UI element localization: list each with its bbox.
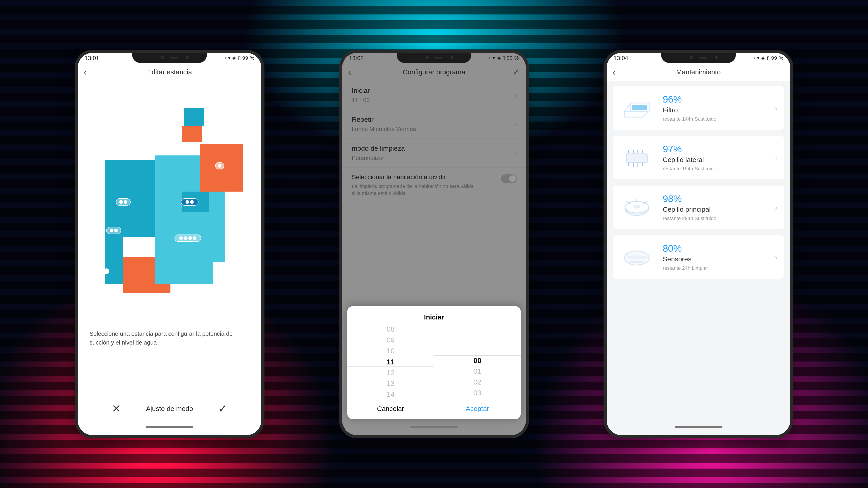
chevron-right-icon: › xyxy=(515,149,518,158)
room-marker[interactable] xyxy=(175,234,201,242)
room-marker[interactable] xyxy=(215,162,224,169)
home-indicator[interactable] xyxy=(675,426,722,428)
phone-notch xyxy=(132,53,207,63)
clock: 13:04 xyxy=(614,55,628,62)
wheel-row[interactable]: 09 xyxy=(386,335,395,345)
svg-rect-17 xyxy=(627,256,647,259)
wheel-row[interactable]: 03 xyxy=(473,388,482,398)
cancel-button[interactable]: Cancelar xyxy=(347,398,434,419)
maintenance-card[interactable]: 98%Cepillo principalrestante 294h Sustit… xyxy=(613,186,784,229)
back-icon[interactable]: ‹ xyxy=(613,68,616,76)
wheel-row[interactable]: 08 xyxy=(386,324,395,334)
part-illustration xyxy=(620,145,654,170)
wheel-row[interactable]: 12 xyxy=(386,367,395,378)
wheel-row[interactable]: 02 xyxy=(473,377,482,387)
svg-rect-0 xyxy=(632,105,647,110)
header: ‹ Configurar programa ✓ xyxy=(342,63,526,81)
setting-label: Iniciar xyxy=(352,87,516,94)
home-indicator[interactable] xyxy=(410,426,458,428)
phone-maintenance: 13:04 ◦ ▾ ◈ ▯99 % ‹ Mantenimiento 96%Fil… xyxy=(603,50,794,438)
maintenance-card[interactable]: 97%Cepillo lateralrestante 194h Sustitui… xyxy=(613,136,784,180)
page-title: Configurar programa xyxy=(403,68,465,76)
instruction-text: Seleccione una estancia para configurar … xyxy=(78,329,261,347)
wheel-row[interactable]: 01 xyxy=(473,366,482,376)
wheel-row[interactable]: 10 xyxy=(386,346,395,356)
page-title: Editar estancia xyxy=(147,68,192,76)
setting-mode[interactable]: modo de limpieza Personalizar › xyxy=(342,139,526,168)
phone-notch xyxy=(397,53,471,63)
room-marker[interactable] xyxy=(106,227,121,234)
percent-value: 80% xyxy=(663,243,708,254)
part-name: Filtro xyxy=(663,106,716,114)
confirm-icon[interactable]: ✓ xyxy=(218,402,227,415)
chevron-right-icon: › xyxy=(515,91,518,100)
status-icons: ◦ ▾ ◈ ▯99 % xyxy=(224,55,254,61)
setting-value: 11 : 00 xyxy=(352,97,516,104)
page-title: Mantenimiento xyxy=(676,68,721,76)
room-marker[interactable] xyxy=(181,198,198,205)
part-status: restante 24h Limpiar xyxy=(663,265,708,271)
time-picker-sheet: Iniciar 08091011121314 00010203 Cancelar… xyxy=(347,306,521,419)
clock: 13:02 xyxy=(349,55,364,62)
status-icons: ◦ ▾ ◈ ▯99 % xyxy=(753,55,783,61)
back-icon[interactable]: ‹ xyxy=(348,68,351,76)
svg-rect-18 xyxy=(630,261,643,263)
part-name: Cepillo lateral xyxy=(663,156,716,164)
wheel-row[interactable]: 13 xyxy=(386,379,395,388)
svg-rect-1 xyxy=(626,154,647,163)
wheel-row[interactable]: 14 xyxy=(386,389,395,399)
phone-schedule: 13:02 ◦ ▾ ◈ ▯99 % ‹ Configurar programa … xyxy=(339,50,529,438)
part-status: restante 294h Sustituido xyxy=(663,216,716,221)
wheel-row[interactable]: 11 xyxy=(347,357,434,367)
percent-value: 97% xyxy=(663,144,716,155)
chevron-right-icon: › xyxy=(775,153,778,162)
maintenance-card[interactable]: 80%Sensoresrestante 24h Limpiar› xyxy=(613,235,784,279)
toggle-switch[interactable] xyxy=(501,174,517,183)
part-status: restante 194h Sustituido xyxy=(663,166,716,172)
chevron-right-icon: › xyxy=(775,203,778,212)
part-illustration xyxy=(620,245,654,269)
setting-label: Repetir xyxy=(352,116,516,123)
part-name: Sensores xyxy=(663,255,708,263)
hours-wheel[interactable]: 08091011121314 xyxy=(347,326,434,398)
setting-desc: La limpieza programada de la habitación … xyxy=(352,183,478,197)
minutes-wheel[interactable]: 00010203 xyxy=(434,326,521,398)
home-indicator[interactable] xyxy=(146,426,193,428)
robot-dock-icon xyxy=(104,268,109,274)
maintenance-list: 96%Filtrorestante 144h Sustituido›97%Cep… xyxy=(607,81,790,435)
header: ‹ Editar estancia xyxy=(78,63,261,81)
close-icon[interactable]: ✕ xyxy=(112,402,121,415)
setting-value: Personalizar xyxy=(352,155,516,162)
room-marker[interactable] xyxy=(116,198,131,205)
sheet-title: Iniciar xyxy=(347,306,521,326)
mode-footer: ✕ Ajuste de modo ✓ xyxy=(78,402,261,415)
chevron-right-icon: › xyxy=(515,120,518,129)
mode-button[interactable]: Ajuste de modo xyxy=(146,405,193,413)
percent-value: 98% xyxy=(663,193,716,204)
header: ‹ Mantenimiento xyxy=(607,63,790,81)
setting-room-split: Seleccionar la habitación a dividir La l… xyxy=(342,168,526,203)
part-illustration xyxy=(620,96,654,121)
accept-button[interactable]: Aceptar xyxy=(434,398,521,419)
status-icons: ◦ ▾ ◈ ▯99 % xyxy=(489,55,519,61)
room-map[interactable] xyxy=(78,81,261,329)
setting-label: modo de limpieza xyxy=(352,144,516,152)
chevron-right-icon: › xyxy=(775,253,778,262)
setting-repeat[interactable]: Repetir Lunes Miércoles Viernes › xyxy=(342,110,526,139)
wheel-row[interactable]: 00 xyxy=(434,355,521,365)
setting-label: Seleccionar la habitación a dividir xyxy=(352,173,516,181)
phone-notch xyxy=(661,53,736,63)
part-illustration xyxy=(620,195,654,220)
part-name: Cepillo principal xyxy=(663,205,716,213)
setting-start[interactable]: Iniciar 11 : 00 › xyxy=(342,81,526,110)
percent-value: 96% xyxy=(663,94,716,105)
part-status: restante 144h Sustituido xyxy=(663,116,716,122)
back-icon[interactable]: ‹ xyxy=(84,68,87,76)
svg-point-12 xyxy=(633,204,640,208)
chevron-right-icon: › xyxy=(775,104,778,112)
confirm-icon[interactable]: ✓ xyxy=(512,68,520,76)
setting-value: Lunes Miércoles Viernes xyxy=(352,126,516,133)
clock: 13:01 xyxy=(85,55,99,62)
maintenance-card[interactable]: 96%Filtrorestante 144h Sustituido› xyxy=(613,86,784,130)
phone-edit-room: 13:01 ◦ ▾ ◈ ▯99 % ‹ Editar estancia xyxy=(74,50,265,438)
